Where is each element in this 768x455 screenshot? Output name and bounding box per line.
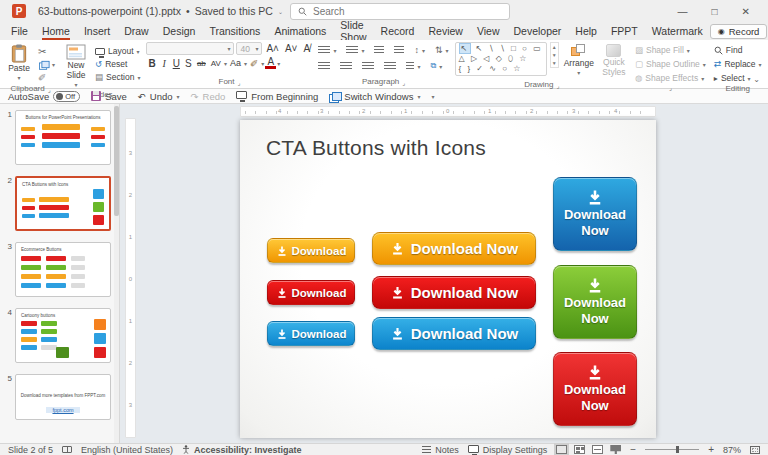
zoom-slider-thumb[interactable] [676,446,679,453]
decrease-indent-button[interactable] [372,45,386,56]
shapes-row-3[interactable]: { } ✓ ∿ ○ ☆ [459,64,543,74]
tab-developer[interactable]: Developer [506,23,568,39]
display-settings-button[interactable]: Display Settings [468,445,548,455]
find-button[interactable]: Find [712,44,745,56]
grow-font-button[interactable]: A˄ [264,43,281,54]
tab-view[interactable]: View [470,23,507,39]
text-direction-button[interactable]: ⇅▾ [433,44,451,56]
drawing-dialog-launcher-icon[interactable]: ⌟ [557,82,560,89]
slide-title[interactable]: CTA Buttons with Icons [266,136,486,160]
download-now-button-red[interactable]: Download Now [372,276,536,309]
download-now-square-red[interactable]: Download Now [553,352,637,426]
shadow-button[interactable]: S [183,58,194,69]
copy-button[interactable]: ▾ [36,59,57,70]
numbering-button[interactable]: ▾ [344,45,366,56]
zoom-in-button[interactable]: + [708,444,714,455]
character-spacing-button[interactable]: AV [209,59,223,68]
format-painter-button[interactable]: ✐ [36,71,57,84]
line-spacing-button[interactable]: ↕▾ [412,44,427,56]
thumbnail-slide-5[interactable]: Download more templates from FPPT.com fp… [15,374,111,420]
align-center-button[interactable] [338,61,354,72]
clear-formatting-button[interactable]: A̸ [301,43,312,54]
italic-button[interactable]: I [159,58,170,69]
zoom-slider[interactable] [645,449,699,450]
increase-indent-button[interactable] [392,45,406,56]
record-button[interactable]: ◉ Record [710,24,768,39]
shapes-row-2[interactable]: △ ▷ ◁ ◇ ⬯ ☆ [459,54,543,64]
switch-windows-button[interactable]: Switch Windows▾ [329,91,420,102]
new-slide-button[interactable]: New Slide ▾ [61,42,91,90]
reset-button[interactable]: ↺Reset [93,58,142,70]
toolbar-overflow-button[interactable]: ▾ [432,93,435,100]
shapes-row-1[interactable]: ↖ ∖ ∖ □ ○ ▭ [476,44,543,53]
tab-file[interactable]: File [4,23,35,39]
font-color-button[interactable]: A [265,57,276,69]
align-right-button[interactable] [360,61,376,72]
slide-indicator[interactable]: Slide 2 of 5 [8,445,53,455]
tab-transitions[interactable]: Transitions [202,23,267,39]
download-now-square-green[interactable]: Download Now [553,265,637,339]
tab-insert[interactable]: Insert [77,23,117,39]
layout-button[interactable]: Layout▾ [93,45,142,57]
shape-format-dialog-launcher-icon[interactable]: ⌟ [669,84,672,91]
close-button[interactable]: ✕ [742,6,750,17]
tab-animations[interactable]: Animations [267,23,333,39]
change-case-button[interactable]: Aa [228,58,243,68]
shapes-scroll-up-icon[interactable]: ▲ [552,44,557,50]
accessibility-button[interactable]: Accessibility: Investigate [182,445,302,455]
clipboard-dialog-launcher-icon[interactable]: ⌟ [48,86,51,93]
download-button-small-orange[interactable]: Download [267,238,355,263]
thumbnail-scrollbar[interactable] [114,104,119,443]
font-name-combobox[interactable]: ▾ [146,42,234,55]
undo-button[interactable]: ↶Undo▾ [138,91,180,102]
minimize-button[interactable]: — [678,6,688,17]
cut-button[interactable]: ✂ [36,45,57,58]
download-now-button-blue[interactable]: Download Now [372,317,536,350]
slide-canvas[interactable]: CTA Buttons with Icons Download Download… [240,120,656,438]
download-now-button-orange[interactable]: Download Now [372,232,536,265]
reading-view-button[interactable] [592,445,603,454]
language-indicator[interactable]: English (United States) [81,445,173,455]
tab-help[interactable]: Help [568,23,604,39]
tab-draw[interactable]: Draw [117,23,156,39]
shrink-font-button[interactable]: A˅ [283,43,300,54]
tab-home[interactable]: Home [35,23,77,39]
arrange-button[interactable]: Arrange ▾ [561,42,597,79]
powerpoint-app-icon[interactable]: P [12,4,26,18]
zoom-out-button[interactable]: − [630,444,636,455]
from-beginning-button[interactable]: From Beginning [236,91,318,102]
section-button[interactable]: ▤Section▾ [93,71,142,83]
shape-outline-button[interactable]: ▢Shape Outline▾ [633,58,708,70]
tab-review[interactable]: Review [421,23,469,39]
shapes-scroll-down-icon[interactable]: ▼ [552,52,557,58]
select-shape-icon[interactable]: ↖ [459,43,472,54]
bullets-button[interactable]: ▾ [316,45,338,56]
slideshow-view-button[interactable] [610,445,621,454]
tab-record[interactable]: Record [374,23,422,39]
collapse-ribbon-icon[interactable]: ⌄ [753,75,760,84]
download-button-small-red[interactable]: Download [267,280,355,305]
tab-fppt[interactable]: FPPT [604,23,645,39]
notes-button[interactable]: Notes [422,445,459,455]
search-input[interactable]: Search [290,3,510,20]
columns-button[interactable]: ▾ [404,61,422,72]
download-button-small-blue[interactable]: Download [267,321,355,346]
justify-button[interactable] [382,61,398,72]
saved-status-caret-icon[interactable]: ⌄ [278,8,283,15]
shapes-gallery[interactable]: ↖ ↖ ∖ ∖ □ ○ ▭ △ ▷ ◁ ◇ ⬯ ☆ { } ✓ ∿ ○ ☆ [455,42,547,76]
shape-effects-button[interactable]: ◍Shape Effects▾ [633,72,706,84]
quick-styles-button[interactable]: Quick Styles [599,42,629,80]
highlight-button[interactable]: ✐ [248,58,260,69]
font-dialog-launcher-icon[interactable]: ⌟ [238,79,241,86]
align-left-button[interactable] [316,61,332,72]
select-button[interactable]: ▸Select▾ [712,72,753,84]
slide-sorter-view-button[interactable] [574,445,585,454]
fit-slide-to-window-button[interactable] [750,446,760,454]
thumbnail-slide-2[interactable]: CTA Buttons with Icons [15,176,111,231]
spellcheck-button[interactable] [62,446,72,453]
normal-view-button[interactable] [556,445,567,454]
download-now-square-blue[interactable]: Download Now [553,177,637,251]
thumbnail-slide-4[interactable]: Cartoony buttons [15,308,111,363]
tab-watermark[interactable]: Watermark [645,23,710,39]
tab-design[interactable]: Design [156,23,203,39]
